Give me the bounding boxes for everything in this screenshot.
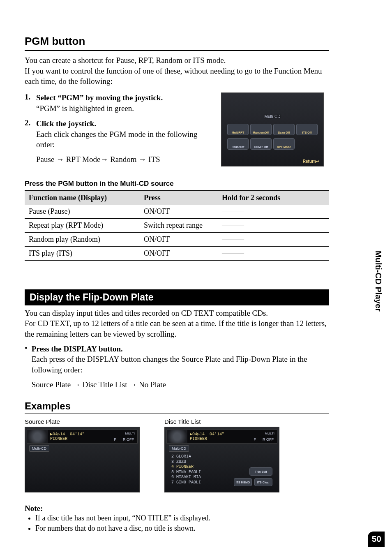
th-hold: Hold for 2 seconds xyxy=(218,191,329,205)
chip-randomoff: RandomOff xyxy=(250,124,272,135)
badge-r-off: R OFF xyxy=(123,437,134,441)
flip-heading: Display the Flip-Down Plate xyxy=(25,289,329,305)
td: Random play (Random) xyxy=(25,233,140,246)
note-heading: Note: xyxy=(25,504,363,513)
chip-pauseoff: PauseOff xyxy=(227,138,249,150)
chip-multirpt: MultiRPT xyxy=(227,124,249,135)
disc-list: 2 GLORIA 3 ZUZU 4 PIONEER 5 MINA PAOLI 6… xyxy=(171,454,201,485)
td: Repeat play (RPT Mode) xyxy=(25,219,140,232)
tag-multicd: Multi-CD xyxy=(169,445,189,452)
note-item: If a disc title has not been input, “NO … xyxy=(35,513,339,523)
step-1: 1. Select “PGM” by moving the joystick. … xyxy=(25,92,214,113)
pgm-screenshot: Multi-CD MultiRPT RandomOff Scan Off ITS… xyxy=(221,92,324,166)
td: ——— xyxy=(218,219,329,232)
return-label: Return↩ xyxy=(303,159,319,164)
table-row: Repeat play (RPT Mode) Switch repeat ran… xyxy=(25,219,329,233)
bullet-rest: Each press of the DISPLAY button changes… xyxy=(32,355,307,374)
th-press: Press xyxy=(140,191,218,205)
examples-heading: Examples xyxy=(25,400,363,412)
rule xyxy=(25,50,329,51)
ex-label: Disc Title List xyxy=(164,418,279,425)
td: ——— xyxy=(218,233,329,246)
flip-p2: For CD TEXT, up to 12 letters of a title… xyxy=(25,318,329,339)
step-rest: Each click changes the PGM mode in the f… xyxy=(36,130,198,149)
td: Switch repeat range xyxy=(140,219,218,232)
side-tab: Multi-CD Player xyxy=(374,251,383,312)
badge-f: F xyxy=(254,437,256,441)
screenshot-title: Multi-CD xyxy=(265,114,281,119)
example-disc-title-list: Disc Title List ▶04▷14 04'14" PIONEER MU… xyxy=(164,418,279,492)
btn-title-edit: Title Edit xyxy=(249,467,272,476)
td: ON/OFF xyxy=(140,205,218,218)
pgm-table-title: Press the PGM button in the Multi-CD sou… xyxy=(25,180,363,188)
badge-r-off: R OFF xyxy=(263,437,274,441)
td: ITS play (ITS) xyxy=(25,247,140,260)
ex-line1: ▶04▷14 04'14" PIONEER xyxy=(187,432,224,441)
pgm-order-line: Pause → RPT Mode→ Random → ITS xyxy=(36,154,214,165)
ex-right-top: MULTI xyxy=(265,432,274,435)
ex-label: Source Plate xyxy=(25,418,140,425)
rule xyxy=(25,414,329,414)
chip-compoff: COMP. Off xyxy=(250,138,272,150)
step-bold: Click the joystick. xyxy=(36,119,96,128)
td: ——— xyxy=(218,205,329,218)
table-head: Function name (Display) Press Hold for 2… xyxy=(25,191,329,205)
step-rest: “PGM” is highlighted in green. xyxy=(36,104,134,113)
table-row: Random play (Random) ON/OFF ——— xyxy=(25,233,329,247)
flip-order-line: Source Plate → Disc Title List → No Plat… xyxy=(32,379,329,390)
chip-scanoff: Scan Off xyxy=(273,124,295,135)
step-num: 2. xyxy=(25,118,32,165)
pgm-table: Function name (Display) Press Hold for 2… xyxy=(25,190,329,261)
td: ON/OFF xyxy=(140,247,218,260)
th-function: Function name (Display) xyxy=(25,191,140,205)
table-row: Pause (Pause) ON/OFF ——— xyxy=(25,205,329,219)
ex-right-top: MULTI xyxy=(125,432,135,435)
pgm-intro-2: If you want to control the function of o… xyxy=(25,66,329,87)
ex-screenshot: ▶04▷14 04'14" PIONEER MULTI F R OFF Mult… xyxy=(25,427,140,492)
flip-p1: You can display input titles and titles … xyxy=(25,308,329,319)
table-row: ITS play (ITS) ON/OFF ——— xyxy=(25,247,329,261)
tag-multicd: Multi-CD xyxy=(29,445,49,452)
example-source-plate: Source Plate ▶04▷14 04'14" PIONEER MULTI… xyxy=(25,418,140,492)
disc-icon xyxy=(27,430,48,443)
chip-itsoff: ITS Off xyxy=(296,124,318,135)
chip-rptmode: RPT Mode xyxy=(273,138,295,150)
pgm-heading: PGM button xyxy=(25,35,363,48)
td: ON/OFF xyxy=(140,233,218,246)
badge-f: F xyxy=(114,437,117,441)
btn-its-clear: ITS Clear xyxy=(254,478,272,486)
ex-line1: ▶04▷14 04'14" PIONEER xyxy=(48,432,85,441)
pgm-intro-1: You can create a shortcut for Pause, RPT… xyxy=(25,55,329,66)
bullet-bold: Press the DISPLAY button. xyxy=(32,344,123,353)
step-bold: Select “PGM” by moving the joystick. xyxy=(36,93,163,102)
ex-screenshot: ▶04▷14 04'14" PIONEER MULTI F R OFF Mult… xyxy=(164,427,279,492)
flip-bullet: • Press the DISPLAY button. Each press o… xyxy=(25,344,329,390)
td: ——— xyxy=(218,247,329,260)
page-number: 50 xyxy=(368,532,385,547)
disc-icon xyxy=(167,430,187,443)
note-item: For numbers that do not have a disc, no … xyxy=(35,523,339,534)
td: Pause (Pause) xyxy=(25,205,140,218)
step-2: 2. Click the joystick. Each click change… xyxy=(25,118,214,165)
step-num: 1. xyxy=(25,92,32,113)
bullet-icon: • xyxy=(25,344,28,390)
btn-its-memo: ITS MEMO xyxy=(234,478,252,486)
